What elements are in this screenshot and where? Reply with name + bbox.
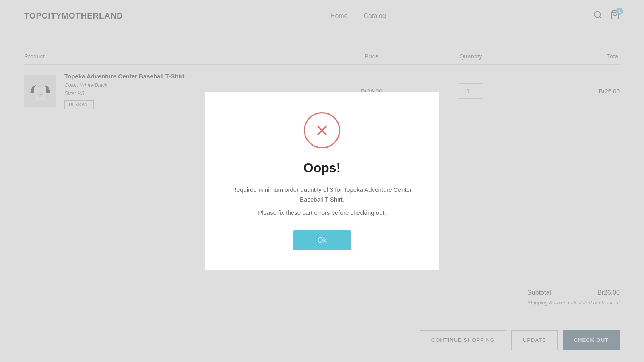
modal-sub-message: Please fix these cart errors before chec… [229, 209, 415, 216]
modal-title: Oops! [229, 160, 415, 175]
modal-message: Required minimum order quantity of 3 for… [229, 185, 415, 204]
modal-ok-button[interactable]: Ok [293, 230, 351, 250]
error-modal: Oops! Required minimum order quantity of… [205, 92, 439, 270]
x-circle-icon [313, 121, 331, 139]
modal-wrapper: Oops! Required minimum order quantity of… [0, 0, 644, 362]
modal-error-icon [304, 112, 340, 148]
